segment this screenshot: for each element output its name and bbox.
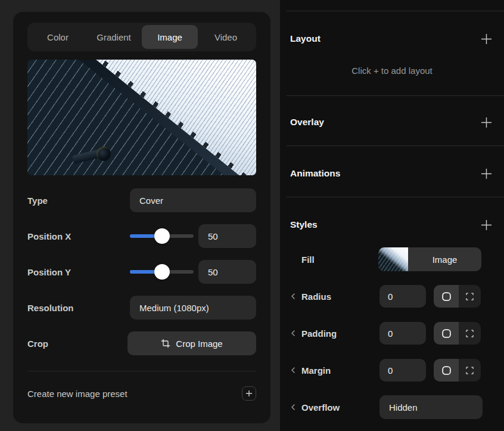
position-y-input[interactable] bbox=[198, 260, 256, 284]
position-x-row: Position X bbox=[27, 224, 256, 248]
tab-gradient[interactable]: Gradient bbox=[86, 25, 142, 49]
add-style-button[interactable] bbox=[477, 216, 495, 234]
layout-section-header: Layout bbox=[280, 27, 504, 51]
style-rows: Fill Image Radius bbox=[280, 247, 504, 419]
radius-row: Radius bbox=[290, 284, 504, 308]
panel-divider bbox=[27, 371, 256, 371]
type-value: Cover bbox=[139, 196, 163, 206]
fill-row: Fill Image bbox=[290, 247, 504, 271]
plus-icon bbox=[480, 219, 493, 231]
margin-label: Margin bbox=[301, 365, 331, 376]
margin-row: Margin bbox=[290, 358, 504, 382]
individual-sides-button[interactable] bbox=[459, 322, 481, 345]
radius-input[interactable] bbox=[379, 285, 426, 308]
crop-image-button[interactable]: Crop Image bbox=[127, 331, 256, 355]
design-tool-properties: Color Gradient Image Video Type Cover Po… bbox=[0, 0, 504, 431]
crop-button-label: Crop Image bbox=[176, 339, 222, 349]
image-fill-panel: Color Gradient Image Video Type Cover Po… bbox=[13, 12, 270, 423]
create-preset-label: Create new image preset bbox=[27, 389, 242, 399]
add-animation-button[interactable] bbox=[477, 165, 495, 182]
position-y-slider[interactable] bbox=[130, 260, 194, 284]
individual-corners-icon bbox=[465, 366, 474, 375]
animations-section-header: Animations bbox=[280, 162, 504, 185]
add-overlay-button[interactable] bbox=[477, 113, 495, 131]
uniform-radius-button[interactable] bbox=[434, 285, 459, 308]
create-preset-row: Create new image preset bbox=[27, 382, 256, 405]
section-divider bbox=[287, 11, 504, 11]
image-settings-rows: Type Cover Position X Position Y bbox=[27, 188, 256, 355]
type-row: Type Cover bbox=[27, 188, 256, 212]
overflow-select[interactable]: Hidden bbox=[379, 395, 483, 419]
crop-label: Crop bbox=[27, 339, 127, 349]
position-x-slider[interactable] bbox=[130, 224, 194, 248]
tab-color-label: Color bbox=[47, 32, 69, 42]
overlay-section-header: Overlay bbox=[280, 110, 504, 134]
resolution-label: Resolution bbox=[27, 303, 130, 313]
uniform-radius-icon bbox=[441, 292, 452, 302]
margin-input[interactable] bbox=[379, 359, 426, 382]
chevron-left-icon[interactable] bbox=[290, 404, 301, 411]
fill-image-thumbnail bbox=[378, 247, 408, 271]
tab-color[interactable]: Color bbox=[30, 25, 86, 49]
type-label: Type bbox=[27, 196, 130, 206]
position-y-row: Position Y bbox=[27, 260, 256, 284]
position-x-label: Position X bbox=[27, 231, 130, 241]
fill-label: Fill bbox=[301, 255, 315, 265]
plus-icon bbox=[480, 168, 493, 180]
uniform-margin-button[interactable] bbox=[434, 359, 459, 382]
plus-icon bbox=[245, 390, 253, 397]
overlay-title: Overlay bbox=[290, 117, 324, 128]
individual-corners-icon bbox=[465, 292, 474, 301]
slider-thumb[interactable] bbox=[154, 264, 170, 280]
slider-thumb[interactable] bbox=[154, 228, 170, 244]
tab-video-label: Video bbox=[214, 32, 237, 42]
uniform-radius-icon bbox=[441, 365, 452, 376]
plus-icon bbox=[480, 116, 493, 129]
inspector-panel: Layout Click + to add layout Overlay bbox=[280, 0, 504, 431]
create-preset-button[interactable] bbox=[242, 386, 256, 401]
padding-mode-toggle bbox=[434, 322, 481, 345]
plus-icon bbox=[480, 33, 493, 45]
individual-sides-button[interactable] bbox=[459, 359, 481, 382]
resolution-select[interactable]: Medium (1080px) bbox=[130, 296, 256, 320]
type-select[interactable]: Cover bbox=[130, 188, 256, 212]
chevron-left-icon[interactable] bbox=[290, 330, 301, 337]
tab-gradient-label: Gradient bbox=[97, 32, 131, 42]
chevron-left-icon[interactable] bbox=[290, 367, 301, 374]
fill-value: Image bbox=[408, 247, 481, 271]
radius-label: Radius bbox=[301, 292, 331, 302]
fill-image-button[interactable]: Image bbox=[378, 247, 481, 271]
padding-label: Padding bbox=[301, 328, 337, 339]
overflow-label: Overflow bbox=[301, 402, 340, 413]
padding-input[interactable] bbox=[379, 322, 426, 345]
uniform-radius-icon bbox=[441, 328, 452, 339]
padding-row: Padding bbox=[290, 321, 504, 345]
margin-mode-toggle bbox=[434, 359, 481, 382]
tab-image-label: Image bbox=[157, 32, 182, 42]
animations-title: Animations bbox=[290, 168, 340, 179]
section-divider bbox=[287, 95, 504, 96]
styles-section-header: Styles bbox=[280, 213, 504, 237]
crop-icon bbox=[161, 339, 170, 348]
layout-empty-hint: Click + to add layout bbox=[280, 66, 504, 76]
uniform-padding-button[interactable] bbox=[434, 322, 459, 345]
section-divider bbox=[287, 197, 504, 197]
preview-camera-lens bbox=[97, 147, 111, 161]
crop-row: Crop Crop Image bbox=[27, 331, 256, 355]
resolution-value: Medium (1080px) bbox=[139, 303, 209, 313]
chevron-left-icon[interactable] bbox=[290, 293, 301, 300]
add-layout-button[interactable] bbox=[477, 30, 495, 48]
resolution-row: Resolution Medium (1080px) bbox=[27, 296, 256, 320]
section-divider bbox=[287, 145, 504, 146]
overflow-row: Overflow Hidden bbox=[290, 395, 504, 419]
tab-video[interactable]: Video bbox=[198, 25, 254, 49]
image-preview[interactable] bbox=[27, 60, 256, 175]
overflow-value: Hidden bbox=[389, 402, 418, 413]
individual-corners-button[interactable] bbox=[459, 285, 481, 308]
individual-corners-icon bbox=[465, 329, 474, 338]
position-y-label: Position Y bbox=[27, 267, 130, 277]
radius-mode-toggle bbox=[434, 285, 481, 308]
layout-title: Layout bbox=[290, 33, 321, 44]
tab-image[interactable]: Image bbox=[142, 25, 198, 49]
position-x-input[interactable] bbox=[198, 224, 256, 248]
